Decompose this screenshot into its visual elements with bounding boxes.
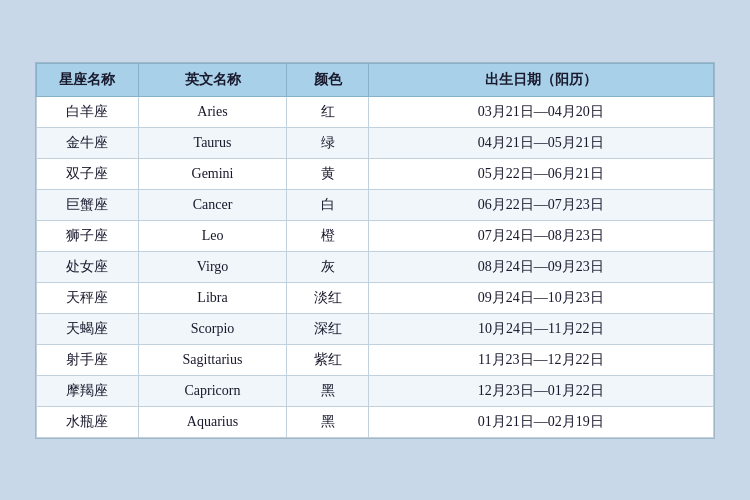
cell-date: 04月21日—05月21日 xyxy=(368,127,713,158)
table-row: 巨蟹座Cancer白06月22日—07月23日 xyxy=(37,189,714,220)
zodiac-table-container: 星座名称 英文名称 颜色 出生日期（阳历） 白羊座Aries红03月21日—04… xyxy=(35,62,715,439)
table-row: 天蝎座Scorpio深红10月24日—11月22日 xyxy=(37,313,714,344)
table-row: 处女座Virgo灰08月24日—09月23日 xyxy=(37,251,714,282)
cell-chinese-name: 天秤座 xyxy=(37,282,139,313)
cell-date: 10月24日—11月22日 xyxy=(368,313,713,344)
cell-chinese-name: 白羊座 xyxy=(37,96,139,127)
header-date: 出生日期（阳历） xyxy=(368,63,713,96)
cell-date: 03月21日—04月20日 xyxy=(368,96,713,127)
cell-chinese-name: 摩羯座 xyxy=(37,375,139,406)
cell-color: 黑 xyxy=(287,375,368,406)
cell-english-name: Virgo xyxy=(138,251,287,282)
table-row: 天秤座Libra淡红09月24日—10月23日 xyxy=(37,282,714,313)
cell-chinese-name: 狮子座 xyxy=(37,220,139,251)
cell-date: 06月22日—07月23日 xyxy=(368,189,713,220)
table-header-row: 星座名称 英文名称 颜色 出生日期（阳历） xyxy=(37,63,714,96)
table-row: 白羊座Aries红03月21日—04月20日 xyxy=(37,96,714,127)
cell-chinese-name: 天蝎座 xyxy=(37,313,139,344)
cell-english-name: Leo xyxy=(138,220,287,251)
table-row: 金牛座Taurus绿04月21日—05月21日 xyxy=(37,127,714,158)
cell-english-name: Capricorn xyxy=(138,375,287,406)
cell-date: 01月21日—02月19日 xyxy=(368,406,713,437)
cell-date: 07月24日—08月23日 xyxy=(368,220,713,251)
cell-english-name: Aries xyxy=(138,96,287,127)
cell-color: 黄 xyxy=(287,158,368,189)
cell-english-name: Scorpio xyxy=(138,313,287,344)
cell-color: 红 xyxy=(287,96,368,127)
cell-color: 橙 xyxy=(287,220,368,251)
cell-english-name: Sagittarius xyxy=(138,344,287,375)
table-row: 水瓶座Aquarius黑01月21日—02月19日 xyxy=(37,406,714,437)
cell-color: 白 xyxy=(287,189,368,220)
cell-date: 08月24日—09月23日 xyxy=(368,251,713,282)
cell-english-name: Aquarius xyxy=(138,406,287,437)
cell-date: 11月23日—12月22日 xyxy=(368,344,713,375)
header-english-name: 英文名称 xyxy=(138,63,287,96)
cell-date: 12月23日—01月22日 xyxy=(368,375,713,406)
cell-english-name: Gemini xyxy=(138,158,287,189)
cell-color: 灰 xyxy=(287,251,368,282)
table-row: 双子座Gemini黄05月22日—06月21日 xyxy=(37,158,714,189)
header-color: 颜色 xyxy=(287,63,368,96)
cell-english-name: Libra xyxy=(138,282,287,313)
cell-color: 绿 xyxy=(287,127,368,158)
cell-chinese-name: 金牛座 xyxy=(37,127,139,158)
cell-english-name: Taurus xyxy=(138,127,287,158)
zodiac-table: 星座名称 英文名称 颜色 出生日期（阳历） 白羊座Aries红03月21日—04… xyxy=(36,63,714,438)
cell-color: 淡红 xyxy=(287,282,368,313)
cell-chinese-name: 巨蟹座 xyxy=(37,189,139,220)
table-body: 白羊座Aries红03月21日—04月20日金牛座Taurus绿04月21日—0… xyxy=(37,96,714,437)
cell-date: 09月24日—10月23日 xyxy=(368,282,713,313)
cell-chinese-name: 射手座 xyxy=(37,344,139,375)
cell-chinese-name: 处女座 xyxy=(37,251,139,282)
table-row: 射手座Sagittarius紫红11月23日—12月22日 xyxy=(37,344,714,375)
cell-date: 05月22日—06月21日 xyxy=(368,158,713,189)
cell-color: 深红 xyxy=(287,313,368,344)
cell-color: 黑 xyxy=(287,406,368,437)
cell-color: 紫红 xyxy=(287,344,368,375)
cell-english-name: Cancer xyxy=(138,189,287,220)
header-chinese-name: 星座名称 xyxy=(37,63,139,96)
table-row: 狮子座Leo橙07月24日—08月23日 xyxy=(37,220,714,251)
cell-chinese-name: 双子座 xyxy=(37,158,139,189)
table-row: 摩羯座Capricorn黑12月23日—01月22日 xyxy=(37,375,714,406)
cell-chinese-name: 水瓶座 xyxy=(37,406,139,437)
